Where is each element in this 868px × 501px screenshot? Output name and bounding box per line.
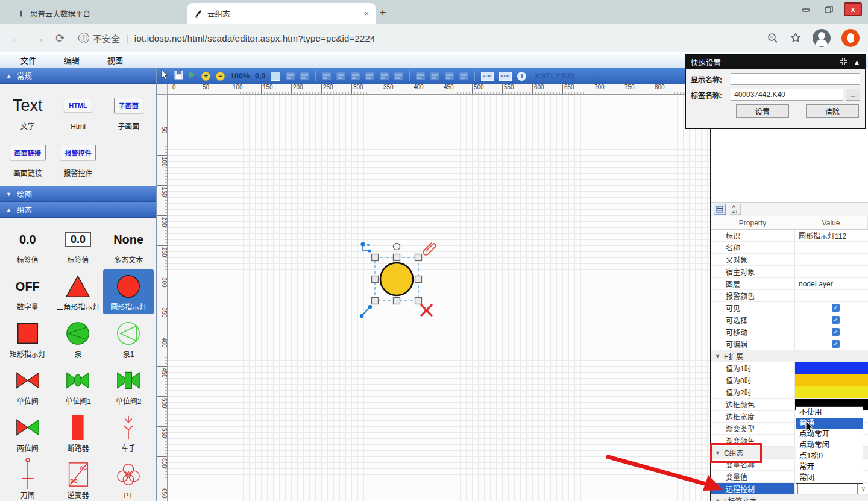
dropdown-option[interactable]: 点动常闭 xyxy=(796,440,863,450)
property-row-值为2时[interactable]: 值为2时 xyxy=(711,386,868,399)
info-icon[interactable]: i xyxy=(517,72,526,81)
property-row-名称[interactable]: 名称 xyxy=(711,242,868,254)
select-cursor-icon[interactable] xyxy=(161,70,169,83)
property-row-可编辑[interactable]: 可编辑✓ xyxy=(711,338,868,350)
property-row-E扩展[interactable]: ▼E扩展 xyxy=(711,350,868,362)
palette-item[interactable]: 单位阀1 xyxy=(53,364,104,408)
attach-link-icon[interactable] xyxy=(423,243,436,255)
canvas-settings-icon[interactable] xyxy=(271,72,280,81)
minimize-button[interactable] xyxy=(798,4,814,15)
align-bottom-icon[interactable] xyxy=(394,72,403,80)
palette-item[interactable]: None多态文本 xyxy=(103,222,154,267)
palette-item[interactable]: 泵1 xyxy=(103,317,154,361)
property-value[interactable] xyxy=(794,362,868,374)
line-tool-icon[interactable] xyxy=(360,305,372,318)
palette-item[interactable]: 0.0标签值 xyxy=(53,222,104,267)
dropdown-option[interactable]: 常闭 xyxy=(796,472,863,483)
menu-item-1[interactable]: 编辑 xyxy=(64,54,80,66)
property-row-可选择[interactable]: 可选择✓ xyxy=(711,314,868,326)
dropdown-option[interactable]: 点1松0 xyxy=(796,450,863,461)
align-right-icon[interactable] xyxy=(351,72,360,80)
zoom-out-icon[interactable]: − xyxy=(216,72,225,81)
collapse-icon[interactable]: ▲ xyxy=(854,58,860,66)
property-value[interactable] xyxy=(794,374,868,386)
palette-item[interactable]: HTMLHtml xyxy=(53,89,104,133)
profile-avatar[interactable] xyxy=(813,29,831,47)
sort-az-icon[interactable]: AZ↓ xyxy=(729,204,741,215)
reload-icon[interactable]: ⟳ xyxy=(55,33,65,44)
property-value[interactable] xyxy=(794,290,868,301)
property-row-父对象[interactable]: 父对象 xyxy=(711,254,868,266)
property-row-远程控制[interactable]: 远程控制∨ xyxy=(711,483,868,495)
quick-settings-titlebar[interactable]: 快速设置 ▲ xyxy=(686,55,865,69)
match-height-icon[interactable] xyxy=(459,72,468,80)
property-value[interactable]: ✓ xyxy=(794,314,868,326)
align-left-icon[interactable] xyxy=(322,72,331,80)
html-preview-icon[interactable]: HTML xyxy=(499,72,512,81)
security-chip[interactable]: ⓘ 不安全 xyxy=(78,32,120,45)
connector-tool-icon[interactable] xyxy=(360,242,371,252)
new-tab-button[interactable]: + xyxy=(375,5,391,20)
group-icon[interactable] xyxy=(286,72,295,80)
checkbox-checked-icon[interactable]: ✓ xyxy=(832,328,840,336)
menu-item-2[interactable]: 视图 xyxy=(107,54,123,66)
tag-name-input[interactable] xyxy=(731,89,843,101)
delete-icon[interactable] xyxy=(421,305,432,315)
property-row-可见[interactable]: 可见✓ xyxy=(711,302,868,314)
category-collapse-icon[interactable]: ▼ xyxy=(715,450,720,456)
distribute-vertical-icon[interactable] xyxy=(430,72,439,80)
categorized-view-icon[interactable]: +- xyxy=(714,204,726,215)
browser-tab[interactable]: 思普云大数据平台× xyxy=(10,3,199,24)
apply-button[interactable]: 设置 xyxy=(736,104,789,118)
property-row-图层[interactable]: 图层nodeLayer xyxy=(711,278,868,290)
align-center-icon[interactable] xyxy=(336,72,345,80)
browser-tab-active[interactable]: 云组态× xyxy=(187,3,376,24)
palette-item[interactable]: 报警控件报警控件 xyxy=(53,136,104,180)
dropdown-option[interactable]: 常开 xyxy=(796,461,863,472)
palette-section-header-0[interactable]: ▲常规 xyxy=(0,68,156,84)
design-canvas[interactable] xyxy=(168,95,710,501)
property-row-标识[interactable]: 标识圆形指示灯112 xyxy=(711,230,868,242)
run-icon[interactable] xyxy=(189,71,196,81)
checkbox-checked-icon[interactable]: ✓ xyxy=(832,316,840,324)
palette-item[interactable]: 两位阀 xyxy=(2,411,53,455)
property-value[interactable]: ∨ xyxy=(794,483,868,494)
dropdown-option[interactable]: 点动常开 xyxy=(796,429,863,440)
property-value[interactable] xyxy=(794,266,868,277)
color-swatch[interactable] xyxy=(795,362,868,374)
property-row-L标签文本[interactable]: ▼L标签文本 xyxy=(711,495,868,501)
palette-item[interactable]: 0.0标签值 xyxy=(2,222,53,267)
palette-item[interactable]: 三角形指示灯 xyxy=(53,269,104,314)
rotate-handle[interactable] xyxy=(394,244,400,250)
back-icon[interactable]: ← xyxy=(11,33,22,44)
remote-control-combobox[interactable] xyxy=(797,484,858,494)
close-button[interactable]: x xyxy=(844,2,862,16)
property-value[interactable] xyxy=(794,386,868,398)
property-value[interactable]: 圆形指示灯112 xyxy=(794,230,868,241)
checkbox-checked-icon[interactable]: ✓ xyxy=(832,304,840,312)
tab-close-icon[interactable]: × xyxy=(364,9,369,18)
property-value[interactable]: ✓ xyxy=(794,326,868,338)
zoom-in-icon[interactable]: + xyxy=(201,72,210,81)
dock-icon[interactable] xyxy=(840,58,848,67)
palette-item[interactable]: PT xyxy=(103,458,154,501)
tag-browse-button[interactable]: ... xyxy=(846,89,860,101)
palette-item[interactable]: 车手 xyxy=(103,411,154,455)
bookmark-star-icon[interactable] xyxy=(790,32,802,44)
checkbox-checked-icon[interactable]: ✓ xyxy=(832,340,840,348)
distribute-horizontal-icon[interactable] xyxy=(416,72,425,80)
palette-item[interactable]: 画面链接画面链接 xyxy=(2,136,53,180)
property-row-值为0时[interactable]: 值为0时 xyxy=(711,374,868,386)
display-name-input[interactable] xyxy=(731,73,860,85)
url-field[interactable]: ⓘ 不安全 | iot.idosp.net/html/scada/editor.… xyxy=(78,32,767,45)
browser-menu-button[interactable] xyxy=(841,29,860,47)
combo-dropdown-icon[interactable]: ∨ xyxy=(859,485,868,492)
palette-item[interactable]: 矩形指示灯 xyxy=(2,317,53,361)
palette-item[interactable]: OFF数字量 xyxy=(2,269,53,314)
property-value[interactable]: ✓ xyxy=(794,302,868,314)
palette-section-header-2[interactable]: ▲组态 xyxy=(0,202,156,218)
match-width-icon[interactable] xyxy=(445,72,454,80)
zoom-out-page-icon[interactable] xyxy=(767,32,779,44)
color-swatch[interactable] xyxy=(795,374,868,386)
dropdown-option[interactable]: 普通 xyxy=(796,418,863,429)
